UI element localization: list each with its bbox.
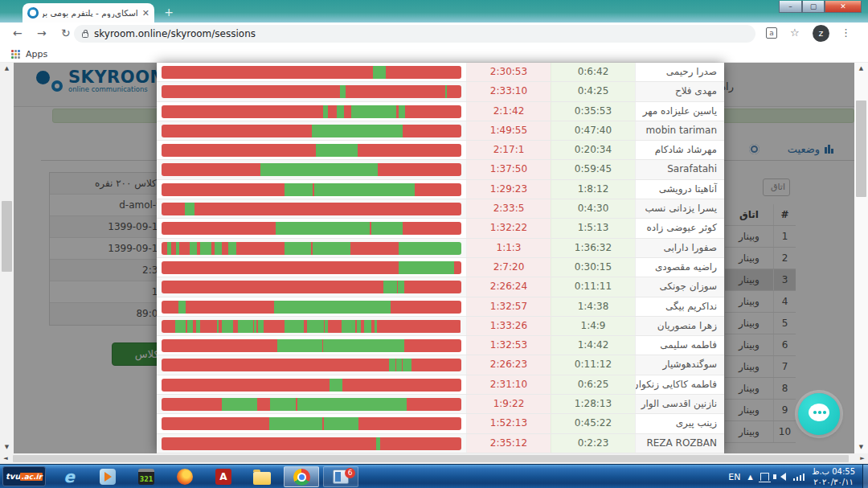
hidden-icons-caret[interactable]: ▲ xyxy=(747,474,752,481)
apps-grid-icon[interactable] xyxy=(11,50,20,59)
presence-timeline-bar xyxy=(162,105,461,118)
show-desktop-button[interactable] xyxy=(862,465,868,488)
participant-row: 2:33:100:4:25مهدی فلاح xyxy=(157,82,724,101)
absent-duration: 1:32:53 xyxy=(466,336,551,355)
folder-icon xyxy=(253,472,271,485)
modal-scroll-thumb[interactable] xyxy=(856,100,866,197)
presence-timeline-bar xyxy=(162,222,461,235)
taskbar-media-player[interactable] xyxy=(90,466,125,487)
page-vertical-scrollbar[interactable]: ▲ ▼ xyxy=(0,63,14,453)
scroll-up-icon[interactable]: ▲ xyxy=(854,63,868,75)
horizontal-scroll-thumb[interactable] xyxy=(13,455,849,462)
present-duration: 1:4:38 xyxy=(551,297,635,316)
participant-row: 1:1:31:36:32صفورا دارابی xyxy=(157,239,724,258)
volume-icon[interactable] xyxy=(776,473,786,481)
window-controls: – ▢ ✕ xyxy=(779,1,862,13)
present-duration: 0:6:25 xyxy=(551,375,635,394)
absent-duration: 1:49:55 xyxy=(466,121,551,140)
presence-timeline-bar xyxy=(162,281,461,293)
participant-name: Sarafatahi xyxy=(635,160,724,178)
presence-timeline-bar xyxy=(162,398,461,411)
participant-name: نداکریم بیگی xyxy=(635,297,724,316)
participant-row: 1:32:221:5:13کوثر عیوضی زاده xyxy=(157,219,724,238)
presence-timeline-bar xyxy=(162,242,461,255)
participant-name: زینب پیری xyxy=(635,414,724,433)
present-duration: 0:2:23 xyxy=(551,434,635,453)
scroll-down-icon[interactable]: ▼ xyxy=(854,441,868,453)
browser-menu-icon[interactable]: ⋮ xyxy=(841,27,851,39)
participant-name: فاطمه کاکایی زنکوان xyxy=(635,375,724,394)
tab-title: اسکای‌روم - پلتفرم بومی برگزاری وبینار، … xyxy=(43,8,138,18)
absent-duration: 2:17:1 xyxy=(466,141,551,159)
absent-duration: 1:29:23 xyxy=(466,180,551,199)
taskbar-firefox[interactable] xyxy=(167,466,203,487)
taskbar-notification-app[interactable]: 6 xyxy=(323,466,358,487)
participant-row: 1:9:221:28:13نازنین اقدسی الوار xyxy=(157,395,724,414)
start-button[interactable]: tvu.ac.ir xyxy=(2,466,46,486)
horizontal-scrollbar[interactable]: ◄ ► xyxy=(0,453,868,464)
participant-name: سوزان جونکی xyxy=(635,277,724,296)
page-scroll-thumb[interactable] xyxy=(2,201,12,272)
firefox-icon xyxy=(177,469,193,485)
participant-row: 1:32:531:4:42فاطمه سلیمی xyxy=(157,336,724,355)
network-signal-icon[interactable] xyxy=(793,474,805,481)
absent-duration: 2:26:24 xyxy=(466,277,551,296)
participant-name: یسرا یزدانی نسب xyxy=(635,199,724,218)
present-duration: 0:11:11 xyxy=(551,277,635,296)
participant-row: 2:35:120:2:23REZA ROZBAN xyxy=(157,434,724,453)
scroll-right-icon[interactable]: ► xyxy=(857,453,868,464)
scroll-up-icon[interactable]: ▲ xyxy=(0,63,14,75)
translate-icon[interactable]: a xyxy=(766,27,777,39)
absent-duration: 1:9:22 xyxy=(466,395,551,413)
modal-vertical-scrollbar[interactable]: ▲ ▼ xyxy=(854,63,868,453)
scroll-down-icon[interactable]: ▼ xyxy=(0,441,14,453)
minimize-button[interactable]: – xyxy=(779,1,802,13)
presence-timeline-bar xyxy=(162,85,461,98)
chrome-icon xyxy=(293,469,310,486)
action-center-flag-icon[interactable] xyxy=(760,473,769,481)
presence-timeline-bar xyxy=(162,66,461,79)
support-chat-button[interactable] xyxy=(798,393,840,435)
apps-label[interactable]: Apps xyxy=(26,49,47,59)
forward-icon[interactable]: → xyxy=(37,27,47,39)
close-button[interactable]: ✕ xyxy=(825,1,862,13)
back-icon[interactable]: ← xyxy=(13,27,23,39)
scroll-left-icon[interactable]: ◄ xyxy=(0,453,11,464)
present-duration: 0:35:53 xyxy=(551,102,635,121)
absent-duration: 2:33:10 xyxy=(466,82,551,100)
tab-close-icon[interactable]: ✕ xyxy=(142,9,149,18)
taskbar-acrobat[interactable]: A xyxy=(206,466,241,487)
participant-name: راضیه مقصودی xyxy=(635,258,724,277)
browser-tab[interactable]: اسکای‌روم - پلتفرم بومی برگزاری وبینار، … xyxy=(23,3,154,23)
maximize-button[interactable]: ▢ xyxy=(802,1,825,13)
taskbar-explorer[interactable] xyxy=(244,466,280,487)
participant-row: 1:29:231:8:12آناهیتا درویشی xyxy=(157,180,724,199)
presence-timeline-bar xyxy=(162,183,461,196)
address-bar[interactable]: skyroom.online/skyroom/sessions xyxy=(74,25,755,43)
participant-row: 1:32:571:4:38نداکریم بیگی xyxy=(157,297,724,317)
reload-icon[interactable]: ↻ xyxy=(61,27,71,39)
taskbar-internet-explorer[interactable]: e xyxy=(51,466,87,487)
presence-timeline-bar xyxy=(162,203,461,215)
present-duration: 1:5:13 xyxy=(551,219,635,237)
taskbar-chrome[interactable] xyxy=(284,466,319,487)
taskbar-kmplayer[interactable]: 321 xyxy=(129,466,164,487)
present-duration: 1:36:32 xyxy=(551,239,635,257)
clock[interactable]: 04:55 ب.ظ ۲۰۲۰/۳۰/۱۱ xyxy=(812,466,855,488)
clapperboard-icon: 321 xyxy=(138,469,154,485)
presence-timeline-bar xyxy=(162,163,461,176)
presence-timeline-bar xyxy=(162,359,461,371)
absent-duration: 1:32:22 xyxy=(466,219,551,237)
participant-name: نازنین اقدسی الوار xyxy=(635,395,724,413)
participant-row: 2:31:100:6:25فاطمه کاکایی زنکوان xyxy=(157,375,724,395)
present-duration: 1:28:13 xyxy=(551,395,635,413)
tray-time: 04:55 ب.ظ xyxy=(812,466,855,478)
bookmark-star-icon[interactable]: ☆ xyxy=(790,27,800,39)
present-duration: 0:6:42 xyxy=(551,63,635,81)
new-tab-button[interactable]: + xyxy=(162,6,175,18)
profile-avatar[interactable]: z xyxy=(813,25,829,42)
present-duration: 1:4:42 xyxy=(551,336,635,355)
language-indicator[interactable]: EN xyxy=(728,472,740,482)
lock-icon xyxy=(82,32,88,38)
participant-name: فاطمه سلیمی xyxy=(635,336,724,355)
